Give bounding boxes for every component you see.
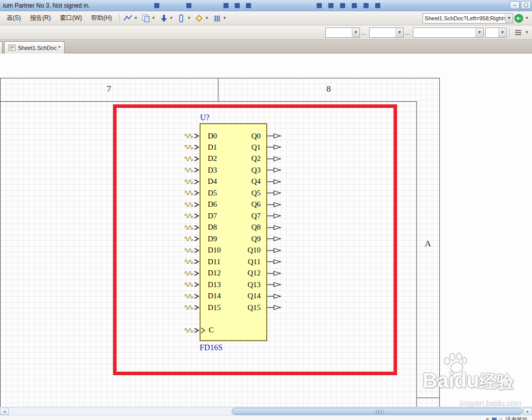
pencil-icon[interactable] — [484, 417, 490, 420]
output-pin-stub[interactable] — [267, 202, 283, 208]
arrow-down-tool-button[interactable]: ▼ — [158, 13, 175, 23]
grid-tool-button[interactable]: ▼ — [211, 13, 228, 23]
pin-label-right: Q11 — [219, 257, 261, 267]
titlebar-glyph — [340, 3, 345, 8]
input-pin-stub[interactable] — [184, 236, 200, 242]
input-pin-stub[interactable] — [184, 247, 200, 254]
pin-icon — [176, 14, 186, 23]
input-pin-stub[interactable] — [184, 144, 200, 150]
output-pin-stub[interactable] — [267, 213, 283, 219]
menu-item-2[interactable]: 窗口(W) — [55, 12, 87, 24]
output-pin-stub[interactable] — [267, 179, 283, 185]
status-text: 误差笔绘 — [506, 416, 528, 420]
separator — [509, 28, 510, 37]
pin-tool-button[interactable]: ▼ — [176, 13, 192, 23]
schematic-canvas[interactable]: 7 8 A U? FD16S C D0Q0D1Q1D2Q2D3Q3D4Q4D5Q… — [0, 53, 532, 407]
partial-tab[interactable] — [0, 41, 3, 53]
chevron-down-icon[interactable]: ▼ — [187, 16, 191, 20]
chevron-down-icon[interactable]: ▽ — [499, 417, 502, 420]
menu-item-1[interactable]: 报告(R) — [25, 12, 55, 24]
minimize-button[interactable]: – — [510, 1, 520, 9]
input-pin-stub[interactable] — [184, 225, 200, 231]
filter-combo-0[interactable]: ▼ — [325, 27, 360, 38]
output-pin-stub[interactable] — [267, 293, 283, 299]
chevron-down-icon[interactable]: ▼ — [352, 28, 359, 37]
arrow-down-icon — [159, 14, 169, 23]
chevron-down-icon[interactable]: ▼ — [505, 14, 513, 23]
output-pin-stub[interactable] — [267, 225, 283, 231]
pin-label-right: Q15 — [219, 303, 261, 313]
output-pin-stub[interactable] — [267, 270, 283, 276]
wire-icon — [123, 14, 133, 23]
input-pin-stub[interactable] — [184, 156, 200, 162]
output-pin-stub[interactable] — [267, 190, 283, 196]
input-pin-stub[interactable] — [184, 282, 200, 288]
separator — [119, 14, 120, 23]
titlebar-glyph — [186, 3, 191, 8]
input-pin-stub[interactable] — [184, 259, 200, 265]
output-pin-stub[interactable] — [267, 259, 283, 265]
input-pin-stub[interactable] — [184, 202, 200, 208]
chevron-down-icon[interactable]: ▼ — [498, 28, 506, 37]
input-pin-stub[interactable] — [184, 167, 200, 173]
menu-item-3[interactable]: 帮助(H) — [87, 12, 117, 24]
input-pin-stub[interactable] — [184, 293, 200, 299]
chevron-down-icon[interactable]: ▼ — [222, 16, 227, 20]
filter-combo-3[interactable]: ▼ — [485, 27, 507, 38]
menu-bar: 器(S)报告(R)窗口(W)帮助(H) ▼▼▼▼▼▼ Sheet1.SchDoc… — [0, 11, 532, 25]
filter-combo-1[interactable]: ▼ — [369, 27, 404, 38]
input-pin-stub[interactable] — [184, 270, 200, 276]
pin-label-right: Q12 — [219, 268, 261, 278]
chevron-down-icon[interactable]: ▼ — [205, 16, 209, 20]
chevron-down-icon[interactable]: ▼ — [475, 28, 483, 37]
input-pin-stub[interactable] — [184, 133, 200, 139]
sheet-symbol-tool-button[interactable]: ▼ — [141, 13, 157, 23]
pin-label-right: Q5 — [219, 188, 261, 198]
wire-tool-button[interactable]: ▼ — [123, 13, 139, 23]
chevron-down-icon[interactable]: ▼ — [525, 30, 529, 35]
input-pin-stub[interactable] — [184, 213, 200, 219]
maximize-button[interactable]: ▢ — [521, 1, 531, 9]
output-pin-stub[interactable] — [267, 247, 283, 254]
scroll-right-button[interactable]: ▸ — [523, 408, 532, 415]
chevron-down-icon[interactable]: ▼ — [396, 28, 403, 37]
horizontal-scrollbar[interactable]: ◂ ▸ — [0, 407, 532, 415]
clock-pin-stub[interactable] — [184, 327, 200, 333]
output-pin-stub[interactable] — [267, 144, 283, 150]
chevron-down-icon[interactable]: ▼ — [134, 16, 138, 20]
diamond-tool-button[interactable]: ▼ — [193, 13, 210, 23]
output-pin-stub[interactable] — [267, 304, 283, 311]
component-name[interactable]: FD16S — [200, 343, 222, 352]
chevron-down-icon[interactable]: ▼ — [170, 16, 174, 20]
input-pin-stub[interactable] — [184, 190, 200, 196]
output-pin-stub[interactable] — [267, 167, 283, 173]
titlebar-glyph — [235, 3, 240, 8]
filter-combo-2[interactable]: ▼ — [413, 27, 484, 38]
component-designator[interactable]: U? — [200, 113, 210, 122]
secondary-toolbar: ▼...▼...▼▼ ▼ — [0, 25, 532, 40]
output-pin-stub[interactable] — [267, 282, 283, 288]
shape-icon[interactable] — [492, 417, 497, 420]
scroll-left-button[interactable]: ◂ — [0, 408, 9, 415]
input-pin-stub[interactable] — [184, 304, 200, 311]
titlebar-glyph — [317, 3, 322, 8]
scrollbar-grip — [376, 410, 384, 414]
list-options-button[interactable] — [513, 27, 524, 38]
pin-label-right: Q3 — [219, 165, 261, 175]
title-bar[interactable]: ium Partner No 3. Not signed in. – ▢ — [0, 0, 532, 11]
chevron-down-icon[interactable]: ▼ — [152, 16, 156, 20]
document-location-combo[interactable]: Sheet1.SchDoc?Left=958;Right= ▼ — [423, 13, 513, 23]
navigate-back-button[interactable] — [514, 14, 523, 23]
output-pin-stub[interactable] — [267, 156, 283, 162]
chevron-down-icon[interactable]: ▼ — [525, 16, 529, 20]
menu-item-0[interactable]: 器(S) — [2, 12, 25, 24]
tab-sheet1-schdoc[interactable]: Sheet1.SchDoc * — [4, 41, 65, 53]
output-pin-stub[interactable] — [267, 236, 283, 242]
sheet-symbol-icon — [141, 14, 151, 23]
scrollbar-thumb[interactable] — [232, 408, 523, 415]
pin-label-left: D3 — [208, 165, 217, 175]
input-pin-stub[interactable] — [184, 179, 200, 185]
document-tab-bar: Sheet1.SchDoc * — [0, 40, 532, 53]
pin-label-left: D2 — [208, 154, 217, 163]
output-pin-stub[interactable] — [267, 133, 283, 139]
